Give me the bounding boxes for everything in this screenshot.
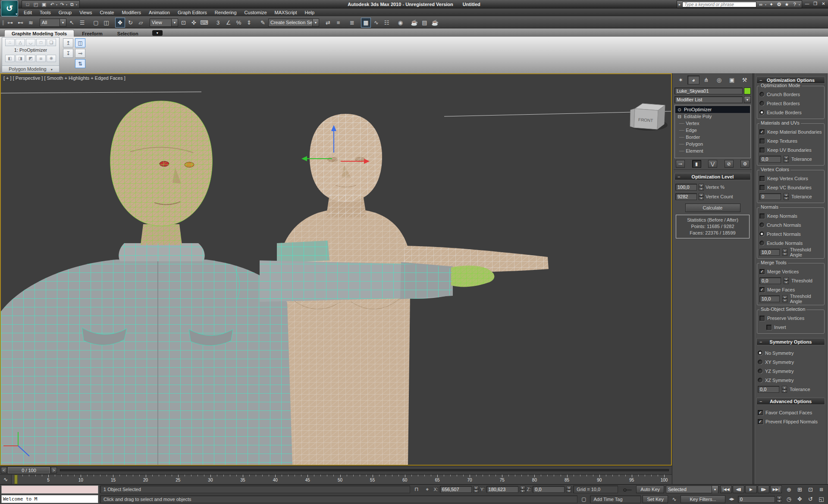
select-and-move-button[interactable]: ✥ — [115, 18, 125, 28]
polygon-modeling-panel-title[interactable]: Polygon Modeling▾ — [2, 66, 59, 72]
menu-group[interactable]: Group — [55, 9, 76, 16]
help-icon[interactable]: ? — [792, 2, 797, 7]
select-and-link-button[interactable]: ⊶ — [5, 18, 15, 28]
default-in-out-tangents-button[interactable]: ∿ — [670, 495, 679, 503]
favor-compact-faces-checkbox[interactable] — [758, 410, 763, 415]
open-mini-curve-editor-button[interactable]: ∿ — [0, 475, 12, 484]
auto-key-button[interactable]: Auto Key — [636, 485, 664, 493]
object-name-field[interactable]: Luke_Skywa01 — [674, 88, 743, 94]
maxscript-mini-listener[interactable]: Welcome to M — [1, 495, 98, 503]
show-end-result-toggle[interactable]: ◫ — [75, 38, 85, 47]
menu-animation[interactable]: Animation — [145, 9, 174, 16]
ribbon-minimize-button[interactable]: ▼ — [152, 30, 163, 36]
current-frame-marker[interactable] — [15, 475, 18, 484]
spin-up-icon[interactable]: ▲ — [784, 156, 789, 159]
stack-item-edge[interactable]: ┈┈Edge — [675, 127, 750, 134]
edit-poly-mode-button[interactable]: ◧ — [5, 55, 15, 62]
set-keys-icon[interactable]: ○─ — [620, 486, 634, 493]
polygon-subobject-button[interactable]: □ — [36, 39, 46, 46]
minimize-button[interactable]: — — [804, 1, 810, 6]
set-key-button[interactable]: Set Key — [643, 495, 668, 503]
select-by-name-button[interactable]: ☰ — [77, 18, 87, 28]
active-modifier-label[interactable]: 1: ProOptimizer — [2, 47, 59, 53]
create-tab[interactable]: ✶ — [674, 75, 687, 85]
viewcube[interactable]: FRONT — [630, 103, 668, 131]
curve-editor-button[interactable]: ∿ — [371, 18, 381, 28]
spin-up-icon[interactable]: ▲ — [782, 295, 787, 299]
previous-frame-button[interactable]: ◀▮ — [733, 485, 744, 493]
pin-stack-button[interactable]: ⊸ — [676, 160, 685, 168]
crunch-normals-radio[interactable] — [759, 222, 764, 227]
preview-subobject-button[interactable]: ◨ — [16, 55, 25, 62]
communication-center-icon[interactable]: ❂ — [776, 2, 782, 7]
align-button[interactable]: ≡ — [333, 18, 343, 28]
select-and-scale-button[interactable]: ▱ — [136, 18, 146, 28]
spin-down-icon[interactable]: ▼ — [782, 299, 787, 302]
rendered-frame-window-button[interactable]: ▤ — [420, 18, 430, 28]
edit-named-selection-sets-button[interactable]: ✎ — [258, 18, 268, 28]
selection-lock-toggle[interactable]: ⊓ — [412, 485, 421, 493]
menu-views[interactable]: Views — [75, 9, 96, 16]
named-selection-sets-dropdown[interactable]: Create Selection Se▼ — [268, 19, 319, 27]
tolerance-spinner[interactable]: ▲▼ — [782, 386, 787, 393]
display-tab[interactable]: ▣ — [726, 75, 738, 85]
select-object-button[interactable]: ↖ — [67, 18, 77, 28]
vertex-count-field[interactable]: 9282 — [675, 193, 697, 200]
spin-up-icon[interactable]: ▲ — [782, 386, 787, 389]
time-configuration-button[interactable]: ◷ — [784, 495, 794, 503]
infocenter-expand-icon[interactable]: ▸ — [679, 3, 681, 6]
configure-modifier-sets-button[interactable]: ⚙ — [740, 160, 750, 168]
show-end-result-button[interactable]: ▮ — [692, 160, 701, 168]
material-editor-button[interactable]: ◉ — [395, 18, 405, 28]
render-setup-button[interactable]: ☕ — [409, 18, 419, 28]
stack-item-editable-poly[interactable]: ⊟Editable Poly — [675, 113, 750, 120]
maximize-viewport-toggle[interactable]: ◱ — [816, 495, 827, 503]
remove-modifier-button[interactable]: ⊘ — [724, 160, 734, 168]
modifier-list-arrow-icon[interactable]: ▼ — [744, 96, 751, 103]
spin-down-icon[interactable]: ▼ — [784, 197, 789, 200]
track-bar[interactable]: ∿ 05101520253035404550556065707580859095… — [0, 474, 672, 484]
expand-icon[interactable]: ⊟ — [677, 114, 682, 119]
current-frame-spinner[interactable]: ▲▼ — [777, 496, 782, 503]
current-frame-field[interactable]: 0 — [738, 496, 775, 503]
unlink-selection-button[interactable]: ⊷ — [16, 18, 25, 28]
layer-manager-button[interactable]: ≣ — [347, 18, 357, 28]
motion-tab[interactable]: ◎ — [713, 75, 725, 85]
exclude-borders-radio[interactable] — [759, 110, 764, 115]
menu-customize[interactable]: Customize — [241, 9, 271, 16]
keep-vc-boundaries-checkbox[interactable] — [759, 185, 765, 190]
play-button[interactable]: ▶ — [745, 485, 757, 493]
time-slider-handle[interactable]: 0 / 100 — [8, 467, 50, 473]
prevent-flipped-normals-checkbox[interactable] — [758, 419, 763, 424]
tolerance-field[interactable]: 0,0 — [759, 156, 781, 163]
dropdown-arrow-icon[interactable]: ▼ — [60, 19, 66, 26]
use-pivot-point-center-button[interactable]: ⊡ — [179, 18, 188, 28]
redo-button-arrow-icon[interactable]: ▾ — [66, 3, 67, 6]
schematic-view-button[interactable]: ☷ — [382, 18, 392, 28]
menu-tools[interactable]: Tools — [36, 9, 55, 16]
spinner-snap-toggle[interactable]: ⇕ — [244, 18, 254, 28]
restore-button[interactable]: ❐ — [812, 1, 818, 6]
keep-uv-boundaries-checkbox[interactable] — [759, 147, 765, 153]
pin-stack-toggle[interactable]: ⊸ — [75, 49, 85, 58]
go-to-end-button[interactable]: ▶▶| — [770, 485, 782, 493]
window-crossing-toggle[interactable]: ◫ — [101, 18, 111, 28]
time-slider-next-button[interactable]: > — [51, 467, 57, 473]
calculate-button[interactable]: Calculate — [685, 203, 740, 212]
viewport-label[interactable]: [ + ] [ Perspective ] [ Smooth + Highlig… — [3, 75, 125, 81]
next-modifier-button[interactable]: ↧ — [63, 49, 73, 58]
modifier-list-dropdown[interactable]: Modifier List — [674, 96, 743, 103]
threshold-angle-spinner[interactable]: ▲▼ — [782, 295, 787, 302]
tolerance-field[interactable]: 0,0 — [758, 386, 779, 393]
search-icon[interactable]: ∞ — [758, 2, 764, 7]
selection-filter-dropdown[interactable]: All▼ — [40, 19, 66, 27]
generate-topology-button[interactable]: ❋ — [47, 55, 56, 62]
symmetry-options-rollout-header[interactable]: −Symmetry Options — [756, 338, 825, 345]
viewport-scene[interactable]: FRONT — [1, 74, 671, 465]
preview-multi-button[interactable]: ◩ — [26, 55, 35, 62]
xz-symmetry-radio[interactable] — [758, 378, 762, 382]
rectangular-selection-region-button[interactable]: ▢ — [91, 18, 101, 28]
threshold-angle-field[interactable]: 10,0 — [759, 249, 780, 256]
viewcube-front-label[interactable]: FRONT — [638, 117, 653, 123]
object-color-swatch[interactable] — [744, 88, 751, 94]
